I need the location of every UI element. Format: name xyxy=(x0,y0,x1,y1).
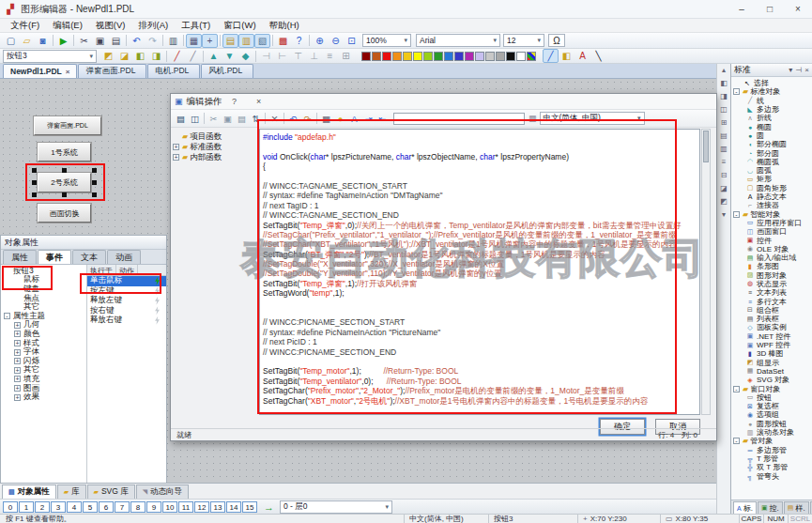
layer-button[interactable]: 10 xyxy=(162,501,177,513)
color-swatch[interactable] xyxy=(516,52,526,61)
color-swatch[interactable] xyxy=(527,52,536,61)
properties-tab[interactable]: 事件 xyxy=(38,250,71,264)
process-pictures-icon[interactable]: ▧ xyxy=(254,34,270,48)
font-size-select[interactable]: 12 xyxy=(503,34,544,47)
menu-item[interactable]: 视图(V) xyxy=(89,19,132,33)
tree-expander-icon[interactable]: + xyxy=(14,367,21,374)
tree-expander-icon[interactable]: - xyxy=(4,313,10,319)
layer-select[interactable]: 0 - 层0 xyxy=(280,500,392,514)
bottom-tab[interactable]: ▰ 库 xyxy=(57,485,86,499)
vertical-tool-icon[interactable]: ◫ xyxy=(720,103,728,116)
flip-h-icon[interactable]: ▲ xyxy=(206,49,222,63)
tree-expander-icon[interactable]: + xyxy=(14,340,21,346)
save-icon[interactable]: ◙ xyxy=(35,34,51,48)
zoom-area-icon[interactable]: ⊡ xyxy=(344,34,360,48)
layer-down-icon[interactable]: ◨ xyxy=(148,49,164,63)
library-item[interactable]: ╗管弯头 xyxy=(733,471,812,480)
vertical-tool-icon[interactable]: ▾ xyxy=(722,208,726,222)
tree-expander-icon[interactable]: + xyxy=(14,358,21,364)
center-icon[interactable]: ≡ xyxy=(322,49,338,63)
zoom-out-icon[interactable]: ⊖ xyxy=(328,34,344,48)
undo-icon[interactable]: ↶ xyxy=(129,34,145,48)
tree-expander-icon[interactable]: - xyxy=(733,88,740,95)
zoom-select[interactable]: 100% xyxy=(362,34,411,47)
properties-tab[interactable]: 文本 xyxy=(72,250,106,264)
line-color-icon[interactable]: ╱ xyxy=(543,49,559,63)
palette-icon[interactable]: ▩ xyxy=(275,34,291,48)
vertical-tool-icon[interactable]: ▥ xyxy=(720,143,728,156)
properties-tree-item[interactable]: + 图画 xyxy=(1,384,86,393)
menu-item[interactable]: 工具(T) xyxy=(175,19,217,33)
function-tree-item[interactable]: + ▰ 标准函数 xyxy=(173,142,257,152)
tree-expander-icon[interactable]: + xyxy=(14,349,21,356)
tree-expander-icon[interactable]: + xyxy=(14,385,21,392)
runtime-icon[interactable]: ▶ xyxy=(55,34,71,48)
vertical-tool-icon[interactable]: ◨ xyxy=(720,90,728,103)
tree-expander-icon[interactable]: + xyxy=(173,154,179,161)
same-size-icon[interactable]: ⊞ xyxy=(338,49,354,63)
file-tab[interactable]: 弹窗画面.PDL xyxy=(78,64,146,78)
function-tree-item[interactable]: + ▰ 内部函数 xyxy=(173,152,257,162)
file-tab[interactable]: NewPdl1.PDL × xyxy=(3,64,77,78)
zoom-in-icon[interactable]: ⊕ xyxy=(312,34,328,48)
dialog-close-button[interactable]: × xyxy=(247,97,271,106)
properties-tab[interactable]: 动画 xyxy=(107,250,141,264)
align-right-icon[interactable]: ⊢ xyxy=(274,49,290,63)
layer-button[interactable]: 3 xyxy=(51,501,66,513)
project-icon[interactable]: ▤ xyxy=(174,112,188,126)
file-tab[interactable]: 电机.PDL xyxy=(147,64,200,78)
dialog-help-button[interactable]: ? xyxy=(222,97,247,106)
tree-expander-icon[interactable]: - xyxy=(733,438,740,444)
properties-tree-item[interactable]: + 几何 xyxy=(1,321,86,331)
properties-tree-item[interactable]: - 属性主题 xyxy=(1,312,86,321)
special-characters-button[interactable]: Ω xyxy=(548,34,565,47)
bottom-tab[interactable]: ▰ SVG 库 xyxy=(87,485,135,499)
vertical-tool-icon[interactable]: ▤ xyxy=(720,130,728,143)
tree-expander-icon[interactable]: + xyxy=(14,376,21,382)
layer-button[interactable]: 8 xyxy=(130,501,146,513)
layer-button[interactable]: 12 xyxy=(194,501,209,513)
vertical-tool-icon[interactable]: ◩ xyxy=(720,195,728,208)
library-item[interactable]: ◣多边形 xyxy=(733,105,812,114)
library-group[interactable]: -▰窗口对象 xyxy=(733,384,812,392)
layer-button[interactable]: 1 xyxy=(19,501,34,513)
color-swatch[interactable] xyxy=(434,52,443,61)
layer-button[interactable]: 4 xyxy=(67,501,82,513)
layer-button[interactable]: 0 xyxy=(3,501,18,513)
vertical-tool-icon[interactable]: ≡ xyxy=(722,156,727,169)
help-cursor-icon[interactable]: ? xyxy=(291,34,307,48)
copy-icon[interactable]: ▣ xyxy=(221,112,235,126)
rotate-icon[interactable]: ◆ xyxy=(237,49,253,63)
pin-icon[interactable]: ⊤ xyxy=(794,67,803,73)
properties-tree-item[interactable]: + 其它 xyxy=(1,366,86,376)
properties-tree-item[interactable]: + 闪烁 xyxy=(1,357,86,366)
color-swatch[interactable] xyxy=(506,52,515,61)
properties-tree-item[interactable]: + 颜色 xyxy=(1,330,86,339)
grid-icon[interactable]: ▦ xyxy=(186,34,202,48)
font-family-select[interactable]: Arial xyxy=(416,34,500,47)
action-bolt-icon[interactable] xyxy=(154,316,161,325)
bottom-tab[interactable]: ◥ 动态向导 xyxy=(136,485,189,499)
panel-close-icon[interactable]: × xyxy=(804,66,809,74)
color-swatch[interactable] xyxy=(475,52,484,61)
color-swatch[interactable] xyxy=(361,52,371,61)
layer-button[interactable]: 13 xyxy=(210,501,225,513)
align-top-icon[interactable]: ⊤ xyxy=(290,49,306,63)
library-tab[interactable]: ▤ 样. xyxy=(784,501,809,514)
color-swatch[interactable] xyxy=(423,52,433,61)
menu-item[interactable]: 编辑(E) xyxy=(46,19,89,33)
tree-expander-icon[interactable]: + xyxy=(14,322,21,329)
color-swatch[interactable] xyxy=(444,52,453,61)
file-tab[interactable]: 风机.PDL xyxy=(201,64,253,78)
tree-expander-icon[interactable]: + xyxy=(173,144,179,150)
layer-up-icon[interactable]: ◧ xyxy=(132,49,148,63)
layer-button[interactable]: 6 xyxy=(99,501,114,513)
tab-close-icon[interactable]: × xyxy=(66,68,70,76)
color-swatch[interactable] xyxy=(403,52,412,61)
tree-expander-icon[interactable]: - xyxy=(733,211,740,218)
layer-back-icon[interactable]: ◪ xyxy=(116,49,132,63)
layer-button[interactable]: 15 xyxy=(242,501,257,513)
tree-expander-icon[interactable]: - xyxy=(733,386,740,392)
layer-button[interactable]: 11 xyxy=(178,501,193,513)
menu-item[interactable]: 文件(F) xyxy=(4,19,46,33)
